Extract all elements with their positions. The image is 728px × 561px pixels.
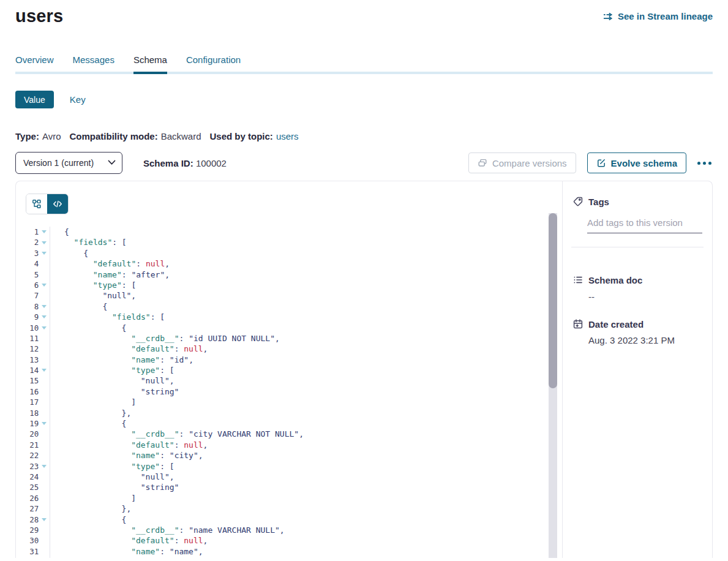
see-in-stream-lineage-link[interactable]: See in Stream lineage (602, 11, 713, 22)
line-gutter: 6 (16, 280, 50, 290)
line-number: 22 (16, 450, 39, 461)
line-number: 24 (16, 472, 39, 482)
fold-triangle-icon[interactable] (39, 418, 50, 429)
meta-compatibility-mode-value: Backward (161, 131, 201, 141)
schema-doc-value: -- (588, 292, 702, 302)
schema-sidebar: Tags (563, 181, 712, 558)
meta-used-by-topic: Used by topic:users (210, 131, 299, 141)
code-text: { (50, 227, 69, 237)
compare-versions-button[interactable]: Compare versions (468, 152, 576, 173)
code-line: 4"default": null, (16, 258, 562, 269)
code-line: 7"null", (16, 290, 562, 301)
line-gutter: 23 (16, 461, 50, 472)
tab-bar: OverviewMessagesSchemaConfiguration (15, 55, 713, 74)
line-number: 26 (16, 493, 39, 503)
tab-schema[interactable]: Schema (133, 55, 167, 74)
code-line: 1{ (16, 227, 562, 237)
line-gutter: 9 (16, 312, 50, 322)
meta-type-value: Avro (42, 131, 61, 141)
code-line: 24"null", (16, 472, 562, 482)
code-text: "name": "name", (50, 546, 203, 557)
tree-view-button[interactable] (26, 194, 47, 214)
code-text: "type": [ (50, 461, 174, 472)
line-number: 31 (16, 546, 39, 557)
code-line: 16"string" (16, 386, 562, 397)
value-tab-button[interactable]: Value (15, 91, 54, 108)
code-line: 25"string" (16, 482, 562, 492)
add-tags-input[interactable] (587, 216, 702, 233)
subject-toggle: Value Key (15, 91, 713, 108)
code-line: 22"name": "city", (16, 450, 562, 461)
line-number: 12 (16, 344, 39, 354)
code-text: "null", (50, 290, 136, 301)
schema-doc-section: Schema doc -- (572, 274, 702, 302)
fold-triangle-icon[interactable] (39, 237, 50, 247)
code-text: "type": [ (50, 365, 174, 375)
code-text: "__crdb__": "id UUID NOT NULL", (50, 333, 280, 344)
code-text: "type": [ (50, 557, 174, 558)
tab-messages[interactable]: Messages (73, 55, 114, 74)
fold-triangle-icon[interactable] (39, 323, 50, 333)
line-number: 6 (16, 280, 39, 290)
line-gutter: 18 (16, 408, 50, 418)
fold-spacer (39, 525, 50, 535)
line-gutter: 1 (16, 227, 50, 237)
code-text: "string" (50, 482, 179, 492)
line-number: 25 (16, 482, 39, 492)
sidebar-divider (571, 247, 704, 247)
fold-spacer (39, 503, 50, 514)
line-number: 10 (16, 323, 39, 333)
scrollbar-thumb[interactable] (549, 213, 557, 388)
version-select-wrap: Version 1 (current) (15, 152, 122, 174)
meta-compatibility-mode-label: Compatibility mode: (69, 131, 157, 141)
line-gutter: 4 (16, 258, 50, 269)
line-gutter: 31 (16, 546, 50, 557)
line-gutter: 15 (16, 375, 50, 386)
fold-triangle-icon[interactable] (39, 301, 50, 312)
code-line: 2"fields": [ (16, 237, 562, 247)
line-gutter: 8 (16, 301, 50, 312)
fold-spacer (39, 344, 50, 354)
tab-configuration[interactable]: Configuration (186, 55, 241, 74)
more-options-button[interactable] (696, 158, 713, 168)
line-gutter: 26 (16, 493, 50, 503)
code-text: { (50, 301, 107, 312)
fold-triangle-icon[interactable] (39, 248, 50, 258)
schema-id-label: Schema ID: (143, 158, 193, 168)
code-text: { (50, 323, 126, 333)
schema-code-pane: 1{2"fields": [3{4"default": null,5"name"… (16, 181, 563, 558)
code-line: 28{ (16, 514, 562, 525)
fold-spacer (39, 472, 50, 482)
schema-id: Schema ID: 100002 (143, 158, 227, 168)
line-number: 18 (16, 408, 39, 418)
line-number: 7 (16, 290, 39, 301)
evolve-schema-button[interactable]: Evolve schema (587, 152, 686, 173)
code-line: 27}, (16, 503, 562, 514)
code-line: 32"type": [ (16, 557, 562, 558)
code-text: "__crdb__": "name VARCHAR NULL", (50, 525, 285, 535)
fold-spacer (39, 493, 50, 503)
line-number: 17 (16, 397, 39, 407)
key-tab-link[interactable]: Key (70, 94, 86, 105)
fold-triangle-icon[interactable] (39, 227, 50, 237)
fold-triangle-icon[interactable] (39, 312, 50, 322)
code-line: 23"type": [ (16, 461, 562, 472)
line-number: 3 (16, 248, 39, 258)
line-number: 1 (16, 227, 39, 237)
fold-triangle-icon[interactable] (39, 365, 50, 375)
tab-overview[interactable]: Overview (15, 55, 54, 74)
fold-triangle-icon[interactable] (39, 557, 50, 558)
version-select[interactable]: Version 1 (current) (15, 152, 122, 174)
line-gutter: 14 (16, 365, 50, 375)
line-gutter: 13 (16, 355, 50, 365)
fold-triangle-icon[interactable] (39, 461, 50, 472)
line-number: 23 (16, 461, 39, 472)
code-view-button[interactable] (47, 194, 68, 214)
meta-used-by-topic-value[interactable]: users (276, 131, 299, 141)
code-editor: 1{2"fields": [3{4"default": null,5"name"… (16, 227, 562, 558)
date-created-value: Aug. 3 2022 3:21 PM (588, 335, 702, 345)
code-text: "fields": [ (50, 312, 165, 322)
code-text: ] (50, 493, 136, 503)
fold-triangle-icon[interactable] (39, 280, 50, 290)
fold-triangle-icon[interactable] (39, 514, 50, 525)
